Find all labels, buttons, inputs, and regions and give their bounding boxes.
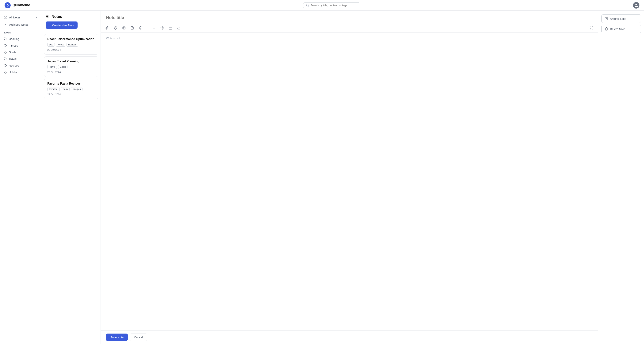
tag-fitness-label: Fitness	[9, 44, 18, 47]
calendar-icon[interactable]	[168, 25, 173, 30]
notes-scroll: React Performance Optimization Dev React…	[42, 32, 100, 344]
tag-icon	[4, 58, 7, 60]
tag-icon	[4, 51, 7, 54]
note-title-2: Japan Travel Planning	[47, 60, 95, 63]
tag-cooking-label: Cooking	[9, 37, 19, 40]
location-icon[interactable]	[113, 25, 118, 30]
svg-point-12	[139, 26, 142, 30]
note-tag: Cook	[61, 87, 70, 91]
archived-notes-label: Archived Notes	[9, 23, 28, 26]
trash-icon	[605, 27, 608, 30]
delete-note-button[interactable]: Delete Note	[602, 25, 641, 33]
note-tag: Recipes	[66, 43, 78, 46]
editor-placeholder: Write a note...	[106, 36, 124, 40]
tag-goals-label: Goals	[9, 50, 16, 54]
sidebar-item-goals[interactable]: Goals	[0, 49, 42, 56]
editor-toolbar	[101, 24, 598, 33]
note-tags-1: Dev React Recipes	[47, 43, 95, 46]
sidebar-item-fitness[interactable]: Fitness	[0, 42, 42, 49]
archive-icon	[605, 17, 608, 20]
note-title-3: Favorite Pasta Recipes	[47, 82, 95, 85]
note-card-3[interactable]: Favorite Pasta Recipes Personal Cook Rec…	[44, 79, 98, 99]
main-layout: All Notes Archived Notes Tags Cooking	[0, 11, 644, 344]
notes-list-panel: All Notes + Create New Note React Perfor…	[42, 11, 101, 344]
tag-icon	[4, 64, 7, 67]
tags-section-label: Tags	[0, 28, 42, 36]
attachment-icon[interactable]	[104, 25, 110, 30]
archive-nav-icon	[4, 23, 7, 26]
editor-content[interactable]: Write a note...	[101, 33, 598, 330]
chevron-right-icon	[35, 16, 38, 19]
note-date-1: 29 Oct 2024	[47, 48, 95, 51]
note-title-area	[101, 11, 598, 24]
search-bar[interactable]	[303, 2, 360, 8]
tag-icon	[4, 38, 7, 40]
all-notes-label: All Notes	[9, 16, 20, 19]
sidebar-item-travel[interactable]: Travel	[0, 56, 42, 62]
note-date-3: 29 Oct 2024	[47, 93, 95, 96]
toolbar-left	[104, 25, 182, 30]
note-tag: Goals	[58, 65, 68, 69]
right-panel: Archive Note Delete Note	[598, 11, 644, 344]
tag-icon	[4, 44, 7, 47]
note-card-2[interactable]: Japan Travel Planning Travel Goals 29 Oc…	[44, 56, 98, 77]
tag-travel-label: Travel	[9, 57, 16, 60]
search-icon	[306, 4, 309, 7]
plus-icon: +	[49, 24, 51, 27]
sidebar-item-all-notes[interactable]: All Notes	[0, 14, 42, 21]
create-note-label: Create New Note	[52, 24, 74, 27]
sidebar-item-cooking[interactable]: Cooking	[0, 36, 42, 42]
save-note-button[interactable]: Save Note	[106, 334, 128, 341]
note-card-1[interactable]: React Performance Optimization Dev React…	[44, 34, 98, 54]
tag-recipes-label: Recipes	[9, 64, 19, 67]
home-icon	[4, 16, 7, 19]
note-tag: Travel	[47, 65, 57, 69]
note-title-input[interactable]	[106, 15, 593, 20]
download-icon[interactable]	[176, 25, 182, 30]
archive-note-button[interactable]: Archive Note	[602, 14, 641, 23]
sidebar-item-hobby[interactable]: Hobby	[0, 69, 42, 76]
archive-note-label: Archive Note	[610, 17, 626, 20]
note-tags-2: Travel Goals	[47, 65, 95, 69]
svg-rect-1	[4, 23, 7, 24]
app-header: Q Quikmemo	[0, 0, 644, 11]
search-input[interactable]	[310, 4, 357, 7]
list-icon[interactable]	[151, 25, 156, 30]
header-right	[633, 2, 640, 8]
create-note-button[interactable]: + Create New Note	[46, 22, 78, 29]
note-tag: Recipes	[71, 87, 82, 91]
toolbar-separator	[147, 26, 147, 30]
note-tag: React	[56, 43, 65, 46]
cancel-button[interactable]: Cancel	[130, 334, 147, 341]
sidebar: All Notes Archived Notes Tags Cooking	[0, 11, 42, 344]
sidebar-item-recipes[interactable]: Recipes	[0, 62, 42, 69]
svg-point-0	[306, 4, 308, 6]
header-left: Q Quikmemo	[4, 2, 30, 8]
note-title-1: React Performance Optimization	[47, 38, 95, 41]
editor-actions: Save Note Cancel	[101, 330, 598, 344]
svg-rect-22	[169, 27, 172, 30]
avatar	[633, 2, 640, 8]
sidebar-item-archived-notes[interactable]: Archived Notes	[0, 21, 42, 28]
settings-icon[interactable]	[160, 25, 165, 30]
tag-icon	[4, 71, 7, 74]
svg-point-9	[115, 27, 116, 28]
note-date-2: 29 Oct 2024	[47, 71, 95, 74]
editor-panel: Write a note... Save Note Cancel	[101, 11, 598, 344]
note-tag: Personal	[47, 87, 60, 91]
svg-rect-27	[605, 17, 608, 18]
note-tags-3: Personal Cook Recipes	[47, 87, 95, 91]
note-tag: Dev	[47, 43, 55, 46]
delete-note-label: Delete Note	[610, 27, 625, 30]
app-title: Quikmemo	[12, 3, 30, 7]
app-logo: Q	[4, 2, 11, 8]
tag-hobby-label: Hobby	[9, 70, 17, 74]
notes-list-title: All Notes	[46, 14, 97, 19]
svg-point-11	[123, 27, 124, 28]
emoji-icon[interactable]	[138, 25, 143, 30]
file-icon[interactable]	[130, 25, 135, 30]
svg-point-21	[162, 28, 163, 28]
image-icon[interactable]	[121, 25, 126, 30]
expand-icon[interactable]	[589, 25, 594, 30]
notes-list-header: All Notes + Create New Note	[42, 11, 100, 32]
